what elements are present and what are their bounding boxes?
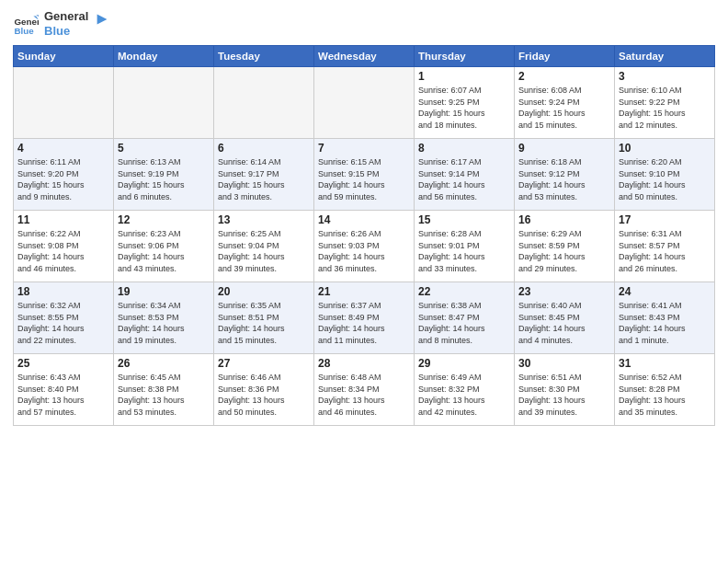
day-number: 24 xyxy=(619,285,711,298)
calendar-day-header: Friday xyxy=(515,46,615,67)
day-info: Sunrise: 6:17 AM Sunset: 9:14 PM Dayligh… xyxy=(418,156,510,202)
day-number: 20 xyxy=(218,285,310,298)
day-info: Sunrise: 6:07 AM Sunset: 9:25 PM Dayligh… xyxy=(418,85,510,131)
day-info: Sunrise: 6:22 AM Sunset: 9:08 PM Dayligh… xyxy=(17,228,109,274)
calendar-header-row: SundayMondayTuesdayWednesdayThursdayFrid… xyxy=(14,46,715,67)
calendar-day-cell: 14Sunrise: 6:26 AM Sunset: 9:03 PM Dayli… xyxy=(314,211,415,282)
calendar-day-cell: 11Sunrise: 6:22 AM Sunset: 9:08 PM Dayli… xyxy=(14,211,114,282)
calendar-day-cell xyxy=(314,67,415,139)
day-number: 1 xyxy=(418,70,510,83)
day-info: Sunrise: 6:32 AM Sunset: 8:55 PM Dayligh… xyxy=(17,300,109,346)
day-number: 15 xyxy=(418,213,510,226)
day-info: Sunrise: 6:45 AM Sunset: 8:38 PM Dayligh… xyxy=(118,372,210,418)
calendar-day-cell: 3Sunrise: 6:10 AM Sunset: 9:22 PM Daylig… xyxy=(615,67,715,139)
day-info: Sunrise: 6:20 AM Sunset: 9:10 PM Dayligh… xyxy=(619,156,711,202)
calendar-day-cell: 7Sunrise: 6:15 AM Sunset: 9:15 PM Daylig… xyxy=(314,139,415,211)
day-info: Sunrise: 6:38 AM Sunset: 8:47 PM Dayligh… xyxy=(418,300,510,346)
calendar-table: SundayMondayTuesdayWednesdayThursdayFrid… xyxy=(13,45,715,426)
day-number: 30 xyxy=(518,357,610,370)
day-number: 10 xyxy=(619,142,711,155)
calendar-day-cell: 29Sunrise: 6:49 AM Sunset: 8:32 PM Dayli… xyxy=(415,354,515,426)
day-info: Sunrise: 6:40 AM Sunset: 8:45 PM Dayligh… xyxy=(518,300,610,346)
day-info: Sunrise: 6:18 AM Sunset: 9:12 PM Dayligh… xyxy=(518,156,610,202)
svg-marker-4 xyxy=(97,14,108,24)
day-number: 19 xyxy=(118,285,210,298)
logo-icon: General Blue xyxy=(13,11,39,37)
day-number: 22 xyxy=(418,285,510,298)
day-number: 6 xyxy=(218,142,310,155)
calendar-day-cell: 6Sunrise: 6:14 AM Sunset: 9:17 PM Daylig… xyxy=(214,139,314,211)
day-number: 29 xyxy=(418,357,510,370)
calendar-day-cell: 10Sunrise: 6:20 AM Sunset: 9:10 PM Dayli… xyxy=(615,139,715,211)
calendar-day-cell: 16Sunrise: 6:29 AM Sunset: 8:59 PM Dayli… xyxy=(515,211,615,282)
day-info: Sunrise: 6:34 AM Sunset: 8:53 PM Dayligh… xyxy=(118,300,210,346)
day-number: 31 xyxy=(619,357,711,370)
calendar-day-cell: 5Sunrise: 6:13 AM Sunset: 9:19 PM Daylig… xyxy=(114,139,214,211)
calendar-week-row: 1Sunrise: 6:07 AM Sunset: 9:25 PM Daylig… xyxy=(14,67,715,139)
calendar-day-cell: 2Sunrise: 6:08 AM Sunset: 9:24 PM Daylig… xyxy=(515,67,615,139)
calendar-day-cell: 4Sunrise: 6:11 AM Sunset: 9:20 PM Daylig… xyxy=(14,139,114,211)
calendar-day-header: Saturday xyxy=(615,46,715,67)
svg-text:Blue: Blue xyxy=(14,26,34,36)
calendar-day-cell xyxy=(14,67,114,139)
calendar-day-cell xyxy=(114,67,214,139)
calendar-day-cell: 27Sunrise: 6:46 AM Sunset: 8:36 PM Dayli… xyxy=(214,354,314,426)
day-number: 21 xyxy=(318,285,410,298)
day-number: 25 xyxy=(17,357,109,370)
day-info: Sunrise: 6:43 AM Sunset: 8:40 PM Dayligh… xyxy=(17,372,109,418)
calendar-day-cell: 9Sunrise: 6:18 AM Sunset: 9:12 PM Daylig… xyxy=(515,139,615,211)
day-number: 8 xyxy=(418,142,510,155)
calendar-week-row: 18Sunrise: 6:32 AM Sunset: 8:55 PM Dayli… xyxy=(14,282,715,354)
calendar-day-cell: 13Sunrise: 6:25 AM Sunset: 9:04 PM Dayli… xyxy=(214,211,314,282)
calendar-day-cell: 28Sunrise: 6:48 AM Sunset: 8:34 PM Dayli… xyxy=(314,354,415,426)
day-info: Sunrise: 6:28 AM Sunset: 9:01 PM Dayligh… xyxy=(418,228,510,274)
calendar-day-cell: 15Sunrise: 6:28 AM Sunset: 9:01 PM Dayli… xyxy=(415,211,515,282)
calendar-day-cell: 19Sunrise: 6:34 AM Sunset: 8:53 PM Dayli… xyxy=(114,282,214,354)
calendar-day-cell: 1Sunrise: 6:07 AM Sunset: 9:25 PM Daylig… xyxy=(415,67,515,139)
day-number: 28 xyxy=(318,357,410,370)
calendar-day-header: Thursday xyxy=(415,46,515,67)
day-info: Sunrise: 6:23 AM Sunset: 9:06 PM Dayligh… xyxy=(118,228,210,274)
day-number: 5 xyxy=(118,142,210,155)
calendar-day-cell: 23Sunrise: 6:40 AM Sunset: 8:45 PM Dayli… xyxy=(515,282,615,354)
calendar-day-cell: 22Sunrise: 6:38 AM Sunset: 8:47 PM Dayli… xyxy=(415,282,515,354)
calendar-day-cell: 30Sunrise: 6:51 AM Sunset: 8:30 PM Dayli… xyxy=(515,354,615,426)
day-info: Sunrise: 6:13 AM Sunset: 9:19 PM Dayligh… xyxy=(118,156,210,202)
logo-blue: Blue xyxy=(44,24,88,39)
calendar-day-cell: 24Sunrise: 6:41 AM Sunset: 8:43 PM Dayli… xyxy=(615,282,715,354)
day-number: 23 xyxy=(518,285,610,298)
calendar-day-cell: 17Sunrise: 6:31 AM Sunset: 8:57 PM Dayli… xyxy=(615,211,715,282)
calendar-day-cell: 25Sunrise: 6:43 AM Sunset: 8:40 PM Dayli… xyxy=(14,354,114,426)
day-number: 11 xyxy=(17,213,109,226)
day-number: 13 xyxy=(218,213,310,226)
calendar-day-cell: 26Sunrise: 6:45 AM Sunset: 8:38 PM Dayli… xyxy=(114,354,214,426)
logo: General Blue General Blue xyxy=(13,9,110,38)
logo-general: General xyxy=(44,9,88,24)
day-info: Sunrise: 6:15 AM Sunset: 9:15 PM Dayligh… xyxy=(318,156,410,202)
day-number: 18 xyxy=(17,285,109,298)
day-info: Sunrise: 6:49 AM Sunset: 8:32 PM Dayligh… xyxy=(418,372,510,418)
calendar-day-header: Tuesday xyxy=(214,46,314,67)
calendar-week-row: 11Sunrise: 6:22 AM Sunset: 9:08 PM Dayli… xyxy=(14,211,715,282)
day-info: Sunrise: 6:26 AM Sunset: 9:03 PM Dayligh… xyxy=(318,228,410,274)
header: General Blue General Blue xyxy=(13,9,715,38)
calendar-week-row: 25Sunrise: 6:43 AM Sunset: 8:40 PM Dayli… xyxy=(14,354,715,426)
day-number: 26 xyxy=(118,357,210,370)
day-info: Sunrise: 6:29 AM Sunset: 8:59 PM Dayligh… xyxy=(518,228,610,274)
calendar-day-cell xyxy=(214,67,314,139)
calendar-day-cell: 31Sunrise: 6:52 AM Sunset: 8:28 PM Dayli… xyxy=(615,354,715,426)
calendar-day-header: Sunday xyxy=(14,46,114,67)
day-info: Sunrise: 6:52 AM Sunset: 8:28 PM Dayligh… xyxy=(619,372,711,418)
day-info: Sunrise: 6:11 AM Sunset: 9:20 PM Dayligh… xyxy=(17,156,109,202)
calendar-week-row: 4Sunrise: 6:11 AM Sunset: 9:20 PM Daylig… xyxy=(14,139,715,211)
day-number: 12 xyxy=(118,213,210,226)
day-number: 17 xyxy=(619,213,711,226)
day-number: 3 xyxy=(619,70,711,83)
day-number: 27 xyxy=(218,357,310,370)
day-number: 14 xyxy=(318,213,410,226)
calendar-day-cell: 21Sunrise: 6:37 AM Sunset: 8:49 PM Dayli… xyxy=(314,282,415,354)
day-info: Sunrise: 6:08 AM Sunset: 9:24 PM Dayligh… xyxy=(518,85,610,131)
calendar-day-header: Wednesday xyxy=(314,46,415,67)
calendar-day-cell: 18Sunrise: 6:32 AM Sunset: 8:55 PM Dayli… xyxy=(14,282,114,354)
day-info: Sunrise: 6:31 AM Sunset: 8:57 PM Dayligh… xyxy=(619,228,711,274)
